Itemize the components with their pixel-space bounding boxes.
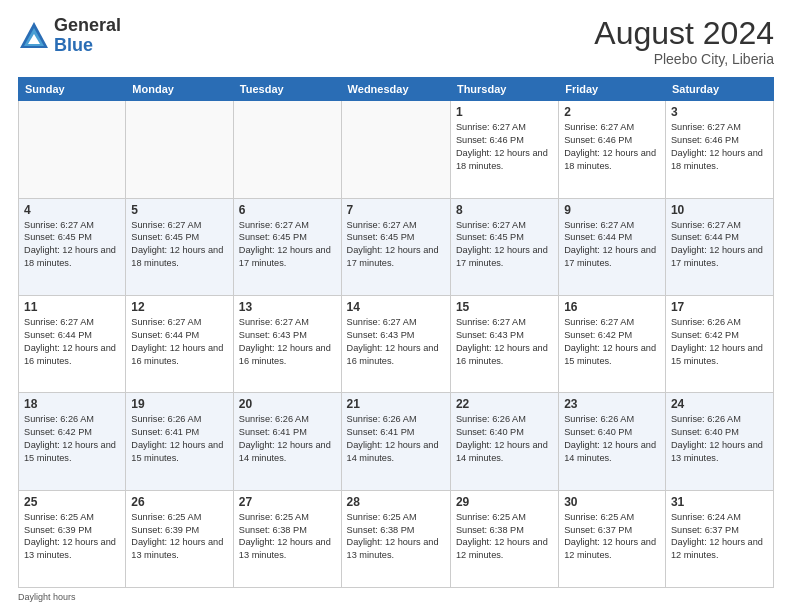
day-number: 22 [456,397,553,411]
day-info: Sunrise: 6:26 AM Sunset: 6:40 PM Dayligh… [456,413,553,465]
day-info: Sunrise: 6:27 AM Sunset: 6:43 PM Dayligh… [239,316,336,368]
day-number: 29 [456,495,553,509]
day-info: Sunrise: 6:27 AM Sunset: 6:45 PM Dayligh… [239,219,336,271]
day-cell: 10Sunrise: 6:27 AM Sunset: 6:44 PM Dayli… [665,198,773,295]
day-number: 20 [239,397,336,411]
day-cell: 29Sunrise: 6:25 AM Sunset: 6:38 PM Dayli… [450,490,558,587]
day-info: Sunrise: 6:25 AM Sunset: 6:39 PM Dayligh… [24,511,120,563]
day-info: Sunrise: 6:27 AM Sunset: 6:44 PM Dayligh… [131,316,228,368]
day-number: 18 [24,397,120,411]
day-cell: 21Sunrise: 6:26 AM Sunset: 6:41 PM Dayli… [341,393,450,490]
day-number: 1 [456,105,553,119]
day-info: Sunrise: 6:26 AM Sunset: 6:41 PM Dayligh… [347,413,445,465]
logo-text: General Blue [54,16,121,56]
day-cell: 11Sunrise: 6:27 AM Sunset: 6:44 PM Dayli… [19,295,126,392]
day-cell: 13Sunrise: 6:27 AM Sunset: 6:43 PM Dayli… [233,295,341,392]
day-cell: 31Sunrise: 6:24 AM Sunset: 6:37 PM Dayli… [665,490,773,587]
day-cell: 7Sunrise: 6:27 AM Sunset: 6:45 PM Daylig… [341,198,450,295]
day-number: 26 [131,495,228,509]
calendar-title: August 2024 [594,16,774,51]
day-info: Sunrise: 6:27 AM Sunset: 6:44 PM Dayligh… [24,316,120,368]
day-cell [341,101,450,198]
day-info: Sunrise: 6:25 AM Sunset: 6:38 PM Dayligh… [456,511,553,563]
day-info: Sunrise: 6:25 AM Sunset: 6:38 PM Dayligh… [239,511,336,563]
day-number: 21 [347,397,445,411]
footer-note: Daylight hours [18,592,774,602]
day-info: Sunrise: 6:24 AM Sunset: 6:37 PM Dayligh… [671,511,768,563]
day-cell: 1Sunrise: 6:27 AM Sunset: 6:46 PM Daylig… [450,101,558,198]
day-number: 24 [671,397,768,411]
day-cell: 8Sunrise: 6:27 AM Sunset: 6:45 PM Daylig… [450,198,558,295]
week-row-1: 1Sunrise: 6:27 AM Sunset: 6:46 PM Daylig… [19,101,774,198]
col-header-monday: Monday [126,78,234,101]
day-cell: 26Sunrise: 6:25 AM Sunset: 6:39 PM Dayli… [126,490,234,587]
week-row-3: 11Sunrise: 6:27 AM Sunset: 6:44 PM Dayli… [19,295,774,392]
col-header-wednesday: Wednesday [341,78,450,101]
day-cell: 24Sunrise: 6:26 AM Sunset: 6:40 PM Dayli… [665,393,773,490]
day-number: 27 [239,495,336,509]
week-row-4: 18Sunrise: 6:26 AM Sunset: 6:42 PM Dayli… [19,393,774,490]
day-info: Sunrise: 6:25 AM Sunset: 6:37 PM Dayligh… [564,511,660,563]
day-number: 9 [564,203,660,217]
day-cell: 6Sunrise: 6:27 AM Sunset: 6:45 PM Daylig… [233,198,341,295]
day-info: Sunrise: 6:27 AM Sunset: 6:42 PM Dayligh… [564,316,660,368]
day-cell [126,101,234,198]
day-number: 31 [671,495,768,509]
day-info: Sunrise: 6:26 AM Sunset: 6:42 PM Dayligh… [671,316,768,368]
header-row: SundayMondayTuesdayWednesdayThursdayFrid… [19,78,774,101]
day-number: 2 [564,105,660,119]
day-cell: 5Sunrise: 6:27 AM Sunset: 6:45 PM Daylig… [126,198,234,295]
day-info: Sunrise: 6:27 AM Sunset: 6:46 PM Dayligh… [564,121,660,173]
day-cell: 16Sunrise: 6:27 AM Sunset: 6:42 PM Dayli… [559,295,666,392]
day-number: 10 [671,203,768,217]
day-cell: 27Sunrise: 6:25 AM Sunset: 6:38 PM Dayli… [233,490,341,587]
col-header-thursday: Thursday [450,78,558,101]
day-number: 19 [131,397,228,411]
day-cell: 30Sunrise: 6:25 AM Sunset: 6:37 PM Dayli… [559,490,666,587]
day-cell: 12Sunrise: 6:27 AM Sunset: 6:44 PM Dayli… [126,295,234,392]
day-cell: 15Sunrise: 6:27 AM Sunset: 6:43 PM Dayli… [450,295,558,392]
day-cell [233,101,341,198]
day-number: 14 [347,300,445,314]
day-info: Sunrise: 6:27 AM Sunset: 6:44 PM Dayligh… [671,219,768,271]
day-info: Sunrise: 6:25 AM Sunset: 6:39 PM Dayligh… [131,511,228,563]
header: General Blue August 2024 Pleebo City, Li… [18,16,774,67]
day-info: Sunrise: 6:26 AM Sunset: 6:40 PM Dayligh… [564,413,660,465]
day-number: 30 [564,495,660,509]
day-number: 3 [671,105,768,119]
day-info: Sunrise: 6:26 AM Sunset: 6:40 PM Dayligh… [671,413,768,465]
day-number: 25 [24,495,120,509]
logo-general: General [54,16,121,36]
logo: General Blue [18,16,121,56]
day-cell: 25Sunrise: 6:25 AM Sunset: 6:39 PM Dayli… [19,490,126,587]
page: General Blue August 2024 Pleebo City, Li… [0,0,792,612]
week-row-5: 25Sunrise: 6:25 AM Sunset: 6:39 PM Dayli… [19,490,774,587]
day-cell: 20Sunrise: 6:26 AM Sunset: 6:41 PM Dayli… [233,393,341,490]
day-cell: 14Sunrise: 6:27 AM Sunset: 6:43 PM Dayli… [341,295,450,392]
day-number: 8 [456,203,553,217]
day-number: 13 [239,300,336,314]
day-info: Sunrise: 6:27 AM Sunset: 6:43 PM Dayligh… [347,316,445,368]
day-number: 6 [239,203,336,217]
day-cell: 23Sunrise: 6:26 AM Sunset: 6:40 PM Dayli… [559,393,666,490]
calendar-table: SundayMondayTuesdayWednesdayThursdayFrid… [18,77,774,588]
day-number: 15 [456,300,553,314]
day-info: Sunrise: 6:27 AM Sunset: 6:46 PM Dayligh… [456,121,553,173]
day-info: Sunrise: 6:27 AM Sunset: 6:43 PM Dayligh… [456,316,553,368]
day-info: Sunrise: 6:25 AM Sunset: 6:38 PM Dayligh… [347,511,445,563]
day-cell: 9Sunrise: 6:27 AM Sunset: 6:44 PM Daylig… [559,198,666,295]
col-header-sunday: Sunday [19,78,126,101]
col-header-friday: Friday [559,78,666,101]
day-number: 5 [131,203,228,217]
day-number: 7 [347,203,445,217]
day-cell: 19Sunrise: 6:26 AM Sunset: 6:41 PM Dayli… [126,393,234,490]
calendar-subtitle: Pleebo City, Liberia [594,51,774,67]
day-info: Sunrise: 6:26 AM Sunset: 6:41 PM Dayligh… [239,413,336,465]
day-info: Sunrise: 6:27 AM Sunset: 6:45 PM Dayligh… [456,219,553,271]
day-info: Sunrise: 6:27 AM Sunset: 6:46 PM Dayligh… [671,121,768,173]
day-info: Sunrise: 6:26 AM Sunset: 6:41 PM Dayligh… [131,413,228,465]
day-cell: 17Sunrise: 6:26 AM Sunset: 6:42 PM Dayli… [665,295,773,392]
day-cell: 4Sunrise: 6:27 AM Sunset: 6:45 PM Daylig… [19,198,126,295]
day-number: 16 [564,300,660,314]
day-cell: 18Sunrise: 6:26 AM Sunset: 6:42 PM Dayli… [19,393,126,490]
